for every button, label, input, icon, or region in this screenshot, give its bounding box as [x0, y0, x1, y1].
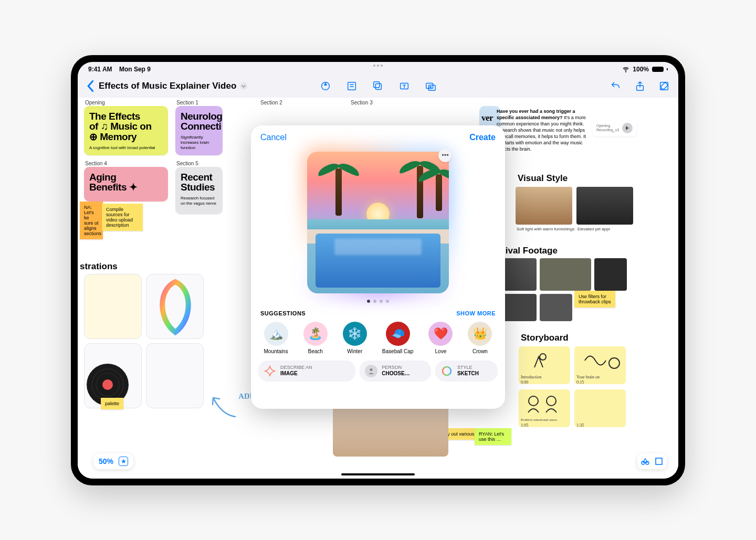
svg-rect-19 — [656, 458, 662, 464]
svg-point-11 — [529, 396, 538, 406]
suggestion-mountains[interactable]: 🏔️Mountains — [264, 322, 288, 354]
svg-rect-4 — [374, 81, 380, 87]
shape-tool-icon[interactable] — [372, 80, 384, 92]
suggestion-crown[interactable]: 👑Crown — [468, 322, 492, 354]
sticky-na[interactable]: NA: Let's ke sure ot aligns sections — [80, 202, 103, 239]
story-card-4[interactable] — [574, 389, 626, 427]
play-icon[interactable] — [622, 123, 633, 133]
suggestion-icon: 👑 — [468, 322, 492, 346]
thumb-visual-2[interactable] — [576, 187, 633, 225]
more-options-icon[interactable]: ••• — [438, 149, 452, 162]
thumb-archival-5[interactable] — [540, 294, 572, 321]
status-bar: 9:41 AM Mon Sep 9 100% — [78, 62, 678, 75]
generated-preview[interactable] — [307, 152, 449, 293]
zoom-control[interactable]: 50% ★ — [93, 453, 133, 469]
cancel-button[interactable]: Cancel — [260, 133, 287, 142]
svg-rect-7 — [428, 85, 435, 90]
suggestion-icon: ❄️ — [343, 322, 367, 346]
note-tool-icon[interactable] — [346, 80, 358, 92]
rect-icon[interactable] — [654, 457, 664, 466]
heading-illustrations: strations — [80, 261, 118, 272]
label-section5: Section 5 — [176, 161, 198, 166]
thumb-visual-1[interactable] — [516, 187, 572, 225]
note-opening[interactable]: The Effectsof ♫ Music on⊕ Memory A cogni… — [84, 106, 168, 155]
describe-image-control[interactable]: DESCRIBE ANIMAGE — [258, 361, 355, 382]
caption-elevated: Elevated yet appr — [578, 227, 610, 231]
svg-point-12 — [547, 396, 556, 406]
person-control[interactable]: PERSONCHOOSE… — [360, 361, 431, 382]
suggestion-winter[interactable]: ❄️Winter — [343, 322, 367, 354]
zoom-value[interactable]: 50% — [99, 457, 113, 465]
textbox-tool-icon[interactable] — [398, 80, 410, 92]
audio-recording-widget[interactable]: OpeningRecording_v3 — [592, 120, 637, 136]
text-memory-trigger[interactable]: Have you ever had a song trigger a speci… — [497, 108, 589, 153]
suggestion-label: Crown — [472, 348, 488, 354]
illustration-empty[interactable] — [146, 343, 204, 408]
multitask-grabber[interactable] — [373, 65, 383, 67]
illustration-profile[interactable] — [146, 274, 204, 339]
image-playground-modal: Cancel Create ••• SUGGESTIONS SHOW MORE … — [251, 125, 505, 409]
suggestion-beach[interactable]: 🏝️Beach — [303, 322, 328, 354]
svg-point-0 — [240, 82, 247, 90]
suggestion-icon: 🧢 — [386, 322, 410, 346]
suggestion-icon: ❤️ — [428, 322, 453, 346]
back-button[interactable] — [86, 80, 96, 92]
svg-point-21 — [443, 367, 451, 375]
sticky-palette[interactable]: palette — [101, 398, 123, 409]
svg-point-14 — [102, 379, 113, 390]
center-toolbar — [320, 80, 436, 92]
sticky-filters[interactable]: Use filters for throwback clips — [574, 291, 615, 308]
shapes-icon[interactable] — [640, 457, 650, 466]
shape-palette[interactable] — [637, 453, 667, 469]
suggestion-baseball-cap[interactable]: 🧢Baseball Cap — [382, 322, 413, 354]
chevron-down-icon[interactable] — [239, 82, 248, 90]
svg-point-8 — [430, 86, 431, 87]
heading-storyboard: Storyboard — [521, 333, 569, 343]
thumb-archival-2[interactable] — [540, 258, 591, 291]
show-more-button[interactable]: SHOW MORE — [456, 310, 496, 316]
suggestion-label: Winter — [347, 348, 362, 354]
home-indicator[interactable] — [341, 473, 415, 475]
label-section3: Section 3 — [351, 100, 373, 105]
suggestion-label: Baseball Cap — [382, 348, 413, 354]
wifi-icon — [622, 66, 629, 73]
share-icon[interactable] — [634, 80, 646, 92]
label-opening: Opening — [85, 100, 105, 105]
favorite-view-icon[interactable]: ★ — [119, 457, 128, 466]
illustration-headphones[interactable] — [84, 274, 142, 339]
suggestions-label: SUGGESTIONS — [260, 310, 306, 316]
app-toolbar: Effects of Music Explainer Video — [78, 75, 678, 98]
heading-visual-style: Visual Style — [518, 173, 568, 184]
person-icon — [365, 365, 377, 377]
suggestion-label: Beach — [308, 348, 323, 354]
suggestion-love[interactable]: ❤️Love — [428, 322, 453, 354]
label-section4: Section 4 — [85, 161, 107, 166]
note-studies[interactable]: RecentStudies Research focused on the va… — [175, 167, 223, 214]
style-control[interactable]: STYLESKETCH — [435, 361, 498, 382]
style-ring-icon — [440, 365, 453, 377]
sticky-ryan[interactable]: RYAN: Let's use this … — [475, 428, 511, 445]
suggestion-label: Love — [435, 348, 447, 354]
pen-tool-icon[interactable] — [320, 80, 331, 92]
caption-soft: Soft light with warm furnishings — [517, 227, 574, 231]
thumb-archival-3[interactable] — [594, 258, 627, 291]
svg-rect-6 — [426, 83, 433, 88]
battery-icon — [652, 67, 664, 72]
svg-rect-2 — [348, 82, 356, 90]
document-title[interactable]: Effects of Music Explainer Video — [99, 81, 236, 91]
label-section2: Section 2 — [260, 100, 282, 105]
sparkle-icon — [264, 365, 276, 377]
suggestion-icon: 🏝️ — [303, 322, 328, 346]
status-date: Mon Sep 9 — [119, 66, 151, 73]
create-button[interactable]: Create — [469, 133, 496, 142]
sticky-compile[interactable]: Compile sources for video upload descrip… — [102, 204, 143, 231]
status-time: 9:41 AM — [88, 66, 112, 73]
compose-icon[interactable] — [658, 80, 670, 92]
arrow-sketch-icon — [209, 394, 240, 420]
undo-icon[interactable] — [610, 80, 622, 92]
label-section1: Section 1 — [176, 100, 198, 105]
note-neurology[interactable]: NeurologConnecti Significantly increases… — [175, 106, 223, 155]
note-aging[interactable]: AgingBenefits ✦ — [84, 167, 168, 202]
media-tool-icon[interactable] — [425, 80, 436, 92]
svg-rect-3 — [375, 83, 381, 89]
